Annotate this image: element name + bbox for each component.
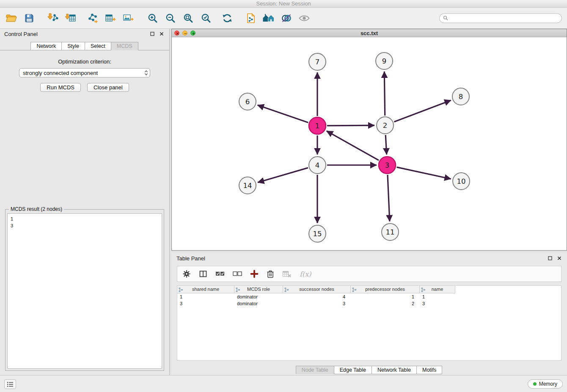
float-panel-icon[interactable] xyxy=(149,30,156,37)
node-7[interactable]: 7 xyxy=(309,53,326,70)
delete-column-icon[interactable] xyxy=(267,270,274,278)
node-14[interactable]: 14 xyxy=(239,177,256,194)
close-panel-icon[interactable] xyxy=(158,30,165,37)
search-input[interactable] xyxy=(450,15,558,21)
import-network-icon[interactable] xyxy=(44,9,62,27)
column-header-label: MCDS role xyxy=(247,287,270,292)
table-tab-edge-table[interactable]: Edge Table xyxy=(334,366,372,374)
show-columns-icon[interactable] xyxy=(199,270,207,278)
table-cell: 3 xyxy=(283,300,351,307)
node-6[interactable]: 6 xyxy=(239,93,256,110)
run-mcds-button[interactable]: Run MCDS xyxy=(40,83,81,92)
column-header-successor-nodes[interactable]: successor nodes xyxy=(283,286,351,293)
table-panel: Table Panel xyxy=(171,252,567,375)
node-1[interactable]: 1 xyxy=(309,117,326,134)
column-header-predecessor-nodes[interactable]: predecessor nodes xyxy=(351,286,420,293)
export-table-icon[interactable] xyxy=(102,9,119,27)
mcds-result-list[interactable]: 13 xyxy=(7,213,162,369)
edge-4-14[interactable] xyxy=(258,168,308,182)
column-header-name[interactable]: name xyxy=(420,286,455,293)
table-row[interactable]: 1dominator411 xyxy=(177,293,455,300)
minimize-window-icon[interactable] xyxy=(182,30,187,36)
refresh-layout-icon[interactable] xyxy=(218,9,236,27)
edge-2-3[interactable] xyxy=(385,135,387,155)
add-column-icon[interactable] xyxy=(250,270,259,278)
edge-2-8[interactable] xyxy=(394,100,451,122)
share-network-glyph xyxy=(87,13,98,24)
export-image-icon[interactable] xyxy=(119,9,137,27)
optimization-criterion-select[interactable]: strongly connected component xyxy=(19,68,150,77)
control-tab-select[interactable]: Select xyxy=(85,42,111,50)
table-cell: 1 xyxy=(351,293,420,300)
network-graph[interactable]: 7968124314101511 xyxy=(172,37,567,250)
column-header-MCDS-role[interactable]: MCDS role xyxy=(234,286,283,293)
diff-view-icon[interactable] xyxy=(278,9,295,27)
node-11[interactable]: 11 xyxy=(382,224,399,240)
close-panel-button[interactable]: Close panel xyxy=(87,83,129,92)
zoom-out-icon[interactable] xyxy=(162,9,179,27)
column-header-shared-name[interactable]: shared name xyxy=(177,286,234,293)
delete-table-icon[interactable] xyxy=(282,270,292,278)
node-9[interactable]: 9 xyxy=(376,52,393,69)
node-10[interactable]: 10 xyxy=(453,173,470,190)
edge-3-11[interactable] xyxy=(388,175,390,221)
control-tab-mcds[interactable]: MCDS xyxy=(111,42,138,50)
edge-1-6[interactable] xyxy=(258,105,308,122)
node-2[interactable]: 2 xyxy=(377,117,394,134)
network-document-icon[interactable] xyxy=(242,9,260,27)
zoom-in-icon[interactable] xyxy=(144,9,162,27)
edge-2-9[interactable] xyxy=(384,72,385,116)
table-tab-network-table[interactable]: Network Table xyxy=(372,366,417,374)
edge-3-1[interactable] xyxy=(327,131,379,160)
table-header-row: shared nameMCDS rolesuccessor nodesprede… xyxy=(177,286,455,293)
table-tab-motifs[interactable]: Motifs xyxy=(416,366,442,374)
save-session-icon[interactable] xyxy=(20,9,38,27)
zoom-selected-icon[interactable] xyxy=(197,9,215,27)
column-header-label: shared name xyxy=(192,287,219,292)
control-tab-style[interactable]: Style xyxy=(61,42,85,50)
deselect-all-rows-icon[interactable] xyxy=(233,270,242,278)
table-cell: 4 xyxy=(283,293,351,300)
svg-text:6: 6 xyxy=(245,98,250,106)
control-panel: Control Panel NetworkStyleSelectMCDS Opt… xyxy=(0,29,170,375)
table-row[interactable]: 3dominator323 xyxy=(177,300,455,307)
houses-glyph xyxy=(262,13,275,24)
node-4[interactable]: 4 xyxy=(309,157,326,174)
svg-text:4: 4 xyxy=(315,161,320,169)
edge-3-10[interactable] xyxy=(397,167,451,179)
close-window-icon[interactable] xyxy=(174,30,179,36)
import-table-icon[interactable] xyxy=(62,9,80,27)
task-list-icon[interactable] xyxy=(4,379,16,389)
zoom-window-icon[interactable] xyxy=(190,30,195,36)
export-network-icon[interactable] xyxy=(84,9,102,27)
node-3[interactable]: 3 xyxy=(379,157,396,174)
svg-text:14: 14 xyxy=(243,182,252,190)
home-network-icon[interactable] xyxy=(260,9,278,27)
network-canvas[interactable]: 7968124314101511 xyxy=(172,37,567,250)
float-table-panel-icon[interactable] xyxy=(547,255,553,262)
function-builder-icon[interactable]: f(x) xyxy=(300,270,311,278)
node-8[interactable]: 8 xyxy=(452,88,469,105)
table-tab-node-table[interactable]: Node Table xyxy=(296,366,334,374)
eye-glyph xyxy=(298,13,310,24)
column-type-icon xyxy=(421,287,426,294)
import-table-glyph xyxy=(65,13,76,24)
search-box[interactable] xyxy=(439,13,562,23)
open-session-icon[interactable] xyxy=(3,9,20,27)
select-all-rows-icon[interactable] xyxy=(215,270,225,278)
memory-button[interactable]: Memory xyxy=(528,379,563,389)
node-table: shared nameMCDS rolesuccessor nodesprede… xyxy=(177,285,561,361)
image-arrow-glyph xyxy=(123,13,134,24)
table-settings-gear-icon[interactable] xyxy=(182,270,191,278)
edge-1-2[interactable] xyxy=(327,125,374,126)
control-tab-network[interactable]: Network xyxy=(30,42,62,50)
table-cell: 2 xyxy=(351,300,420,307)
mcds-result-line: 3 xyxy=(11,222,159,229)
eye-icon[interactable] xyxy=(295,9,313,27)
node-15[interactable]: 15 xyxy=(309,225,326,242)
zoom-fit-icon[interactable] xyxy=(179,9,197,27)
magnifier-plus-glyph xyxy=(147,13,158,24)
close-table-panel-icon[interactable] xyxy=(556,255,563,262)
refresh-glyph xyxy=(222,13,233,24)
table-body: 1dominator4113dominator323 xyxy=(177,293,561,307)
